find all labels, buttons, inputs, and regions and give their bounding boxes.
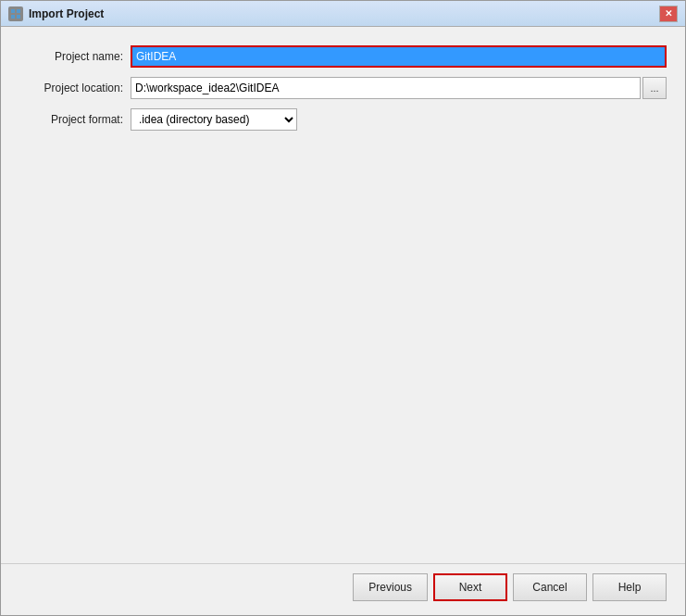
title-bar: Import Project ✕ bbox=[1, 1, 685, 27]
project-name-input[interactable] bbox=[131, 45, 667, 68]
content-area: Project name: Project location: ... Proj… bbox=[1, 27, 685, 563]
button-bar: Previous Next Cancel Help bbox=[1, 563, 685, 615]
project-name-label: Project name: bbox=[19, 50, 131, 63]
title-bar-controls: ✕ bbox=[659, 6, 678, 22]
project-format-label: Project format: bbox=[19, 113, 131, 126]
svg-rect-0 bbox=[11, 9, 15, 13]
next-button[interactable]: Next bbox=[433, 573, 507, 601]
import-project-dialog: Import Project ✕ Project name: Project l… bbox=[0, 0, 686, 616]
window-title: Import Project bbox=[29, 7, 104, 20]
previous-button[interactable]: Previous bbox=[353, 573, 428, 601]
project-name-row: Project name: bbox=[19, 45, 667, 68]
close-button[interactable]: ✕ bbox=[659, 6, 678, 22]
project-location-row: Project location: ... bbox=[19, 77, 667, 99]
title-bar-left: Import Project bbox=[8, 6, 104, 21]
svg-rect-3 bbox=[17, 15, 20, 19]
svg-rect-1 bbox=[17, 9, 20, 13]
browse-button[interactable]: ... bbox=[642, 77, 667, 99]
project-format-row: Project format: .idea (directory based) bbox=[19, 108, 667, 131]
location-wrapper: ... bbox=[131, 77, 667, 99]
project-format-select[interactable]: .idea (directory based) bbox=[131, 108, 297, 131]
project-location-input[interactable] bbox=[131, 77, 641, 99]
project-location-label: Project location: bbox=[19, 82, 131, 94]
spacer bbox=[19, 140, 667, 545]
cancel-button[interactable]: Cancel bbox=[513, 573, 587, 601]
window-icon bbox=[8, 6, 23, 21]
help-button[interactable]: Help bbox=[592, 573, 667, 601]
svg-rect-2 bbox=[11, 15, 15, 19]
